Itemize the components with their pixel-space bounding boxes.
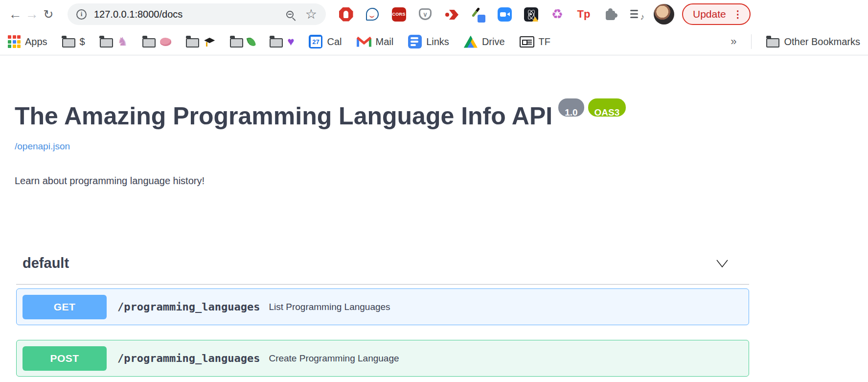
api-title-text: The Amazing Programming Language Info AP… <box>15 102 552 130</box>
google-drive-icon <box>464 36 478 48</box>
folder-icon <box>766 38 779 48</box>
reload-icon[interactable]: ↻ <box>40 7 57 22</box>
eyedropper-extension-icon[interactable] <box>471 7 485 22</box>
address-bar[interactable]: i 127.0.0.1:8000/docs ☆ <box>68 3 326 25</box>
extensions-row: CORS ∨ ♻ Tp ♪ <box>339 7 644 22</box>
chat-bubble-extension-icon[interactable] <box>365 7 380 22</box>
bookmarks-bar: Apps $ ♞ ♥ 27 Cal Mail <box>0 28 868 55</box>
cal-label: Cal <box>327 36 342 48</box>
url-text[interactable]: 127.0.0.1:8000/docs <box>94 9 183 20</box>
apps-label: Apps <box>25 36 47 48</box>
apps-grid-icon <box>8 35 21 48</box>
carousel-horse-emoji-icon: ♞ <box>117 36 128 48</box>
endpoint-summary: Create Programming Language <box>269 353 399 364</box>
endpoint-path: /programming_languages <box>117 352 260 364</box>
folder-label: $ <box>80 36 85 48</box>
page-info-icon[interactable]: i <box>76 9 87 20</box>
endpoint-row-post[interactable]: POST /programming_languages Create Progr… <box>16 340 749 377</box>
red-arrow-extension-icon[interactable] <box>444 7 459 22</box>
bookmark-drive[interactable]: Drive <box>464 36 505 48</box>
bookmark-folder-brain[interactable] <box>142 36 171 48</box>
extensions-puzzle-icon[interactable] <box>603 7 617 22</box>
drive-label: Drive <box>482 36 505 48</box>
video-camera-icon <box>498 7 512 22</box>
gmail-icon <box>357 36 371 48</box>
playlist-icon: ♪ <box>630 8 643 21</box>
openapi-spec-link[interactable]: /openapi.json <box>15 141 70 152</box>
get-method-badge: GET <box>23 295 107 319</box>
post-method-badge: POST <box>23 346 107 371</box>
cors-label: CORS <box>392 7 406 22</box>
other-bookmarks-label: Other Bookmarks <box>784 36 860 48</box>
graduation-cap-emoji-icon <box>204 36 215 48</box>
chrome-update-button[interactable]: Update ⋮ <box>682 3 751 25</box>
tag-title: default <box>23 255 69 271</box>
bookmark-apps[interactable]: Apps <box>8 35 47 48</box>
react-devtools-extension-icon[interactable] <box>524 7 538 22</box>
brain-emoji-icon <box>160 38 171 46</box>
folder-icon <box>270 38 283 48</box>
recycle-extension-icon[interactable]: ♻ <box>550 7 565 22</box>
puzzle-icon <box>606 11 615 20</box>
bookmark-mail[interactable]: Mail <box>357 36 394 48</box>
bookmark-folder-herb[interactable] <box>230 36 255 48</box>
atom-dot <box>530 13 532 15</box>
pocket-shield-icon: ∨ <box>419 8 432 20</box>
folder-icon <box>186 38 199 48</box>
oas3-badge: OAS3 <box>588 98 626 117</box>
bookmark-tf[interactable]: TF <box>520 36 550 48</box>
browser-toolbar: ← → ↻ i 127.0.0.1:8000/docs ☆ CORS ∨ ♻ T… <box>0 0 868 28</box>
react-atom-icon <box>524 7 538 22</box>
zoom-out-icon[interactable] <box>286 11 294 18</box>
swagger-docs-page: The Amazing Programming Language Info AP… <box>0 98 868 377</box>
media-controls-icon[interactable]: ♪ <box>629 7 644 22</box>
bookmark-folder-heart[interactable]: ♥ <box>270 36 294 48</box>
api-description: Learn about programming language history… <box>15 175 853 187</box>
links-list-icon <box>408 35 422 48</box>
tag-section-header[interactable]: default <box>16 255 749 285</box>
other-bookmarks[interactable]: Other Bookmarks <box>766 36 860 48</box>
zoom-meeting-extension-icon[interactable] <box>497 7 512 22</box>
endpoint-path: /programming_languages <box>117 301 260 313</box>
warning-triangle-icon <box>532 17 538 22</box>
profile-avatar[interactable] <box>654 4 674 24</box>
mail-label: Mail <box>376 36 394 48</box>
bookmarks-overflow-chevron[interactable]: » <box>731 35 736 48</box>
red-arrow-icon <box>445 7 458 21</box>
card-form-icon <box>520 36 534 48</box>
teleparty-extension-icon[interactable]: Tp <box>576 7 591 22</box>
music-note-icon: ♪ <box>640 12 645 22</box>
bookmark-folder-carousel[interactable]: ♞ <box>100 36 128 48</box>
folder-icon <box>100 38 113 48</box>
purple-heart-emoji-icon: ♥ <box>287 36 294 48</box>
update-label: Update <box>693 8 726 20</box>
recycle-icon: ♻ <box>551 8 563 21</box>
adblock-extension-icon[interactable] <box>339 7 353 22</box>
google-calendar-icon: 27 <box>309 35 322 48</box>
bookmark-links[interactable]: Links <box>408 35 449 48</box>
bookmark-folder-dollar[interactable]: $ <box>62 36 85 48</box>
pocket-extension-icon[interactable]: ∨ <box>418 7 433 22</box>
bookmark-star-icon[interactable]: ☆ <box>305 8 317 21</box>
bookmark-folder-graduation[interactable] <box>186 36 215 48</box>
endpoint-row-get[interactable]: GET /programming_languages List Programm… <box>16 288 749 325</box>
tf-label: TF <box>539 36 550 48</box>
chat-bubble-icon <box>366 8 379 21</box>
folder-icon <box>62 38 75 48</box>
bookmarks-separator <box>751 34 752 49</box>
forward-icon[interactable]: → <box>23 7 40 22</box>
default-tag-section: default GET /programming_languages List … <box>16 255 749 377</box>
endpoint-summary: List Programming Languages <box>269 302 390 312</box>
back-icon[interactable]: ← <box>7 7 23 22</box>
version-badge: 1.0 <box>558 98 584 117</box>
herb-emoji-icon <box>247 36 256 47</box>
bookmark-calendar[interactable]: 27 Cal <box>309 35 342 48</box>
adblock-hand-icon <box>339 7 353 22</box>
calendar-day: 27 <box>311 37 321 47</box>
eyedropper-icon <box>471 7 485 22</box>
cors-extension-icon[interactable]: CORS <box>391 7 406 22</box>
kebab-menu-icon[interactable]: ⋮ <box>733 8 743 20</box>
page-title: The Amazing Programming Language Info AP… <box>15 98 853 130</box>
chevron-down-icon[interactable] <box>716 260 729 267</box>
links-label: Links <box>426 36 449 48</box>
